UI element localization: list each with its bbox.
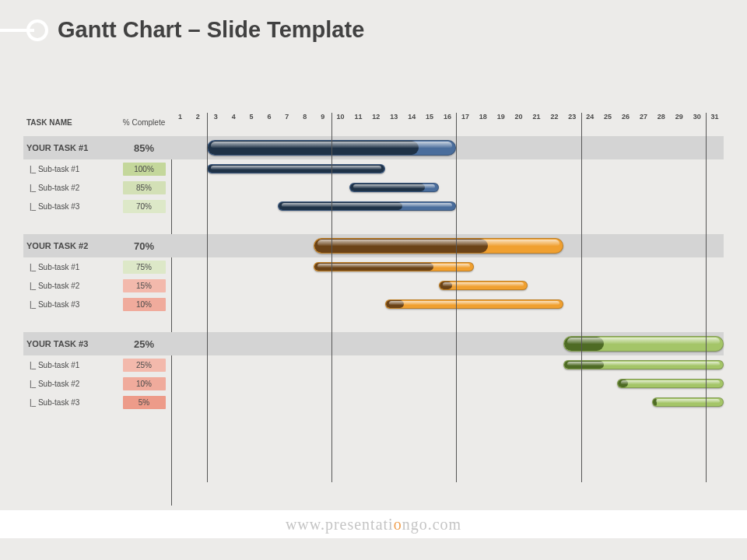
gantt-chart: TASK NAME % Complete 1234567891011121314… — [23, 113, 724, 411]
subtask-name: |_ Sub-task #2 — [23, 380, 117, 388]
task-group-row: YOUR TASK #185% — [23, 136, 724, 159]
day-label: 20 — [515, 113, 523, 121]
task-name: YOUR TASK #1 — [23, 143, 117, 152]
gridline — [331, 113, 332, 482]
day-label: 13 — [390, 113, 398, 121]
day-label: 4 — [232, 113, 236, 121]
subtask-pct-wrap: 75% — [117, 261, 171, 274]
subtask-pct-wrap: 10% — [117, 377, 171, 390]
subtask-pct: 75% — [123, 261, 166, 274]
gridline — [706, 113, 707, 482]
gantt-bar — [617, 379, 724, 388]
day-label: 16 — [444, 113, 451, 121]
subtask-pct: 85% — [123, 181, 166, 194]
day-label: 24 — [586, 113, 594, 121]
timeline-cell — [171, 355, 724, 374]
gantt-bar — [314, 238, 563, 254]
gloss — [656, 399, 720, 403]
footer-url: www.presentationgo.com — [286, 516, 461, 534]
gantt-bar-fill — [564, 361, 604, 369]
gloss — [389, 301, 559, 305]
day-label: 28 — [658, 113, 665, 121]
gridline — [207, 113, 208, 482]
timeline-cell — [171, 374, 724, 393]
day-label: 19 — [497, 113, 505, 121]
day-label: 18 — [479, 113, 487, 121]
gantt-bar-fill — [440, 282, 453, 289]
day-label: 10 — [337, 113, 345, 121]
day-label: 27 — [640, 113, 647, 121]
subtask-name: |_ Sub-task #2 — [23, 184, 117, 192]
subtask-pct-wrap: 25% — [117, 359, 171, 372]
sub-task-row: |_ Sub-task #285% — [23, 178, 724, 197]
subtask-name: |_ Sub-task #1 — [23, 263, 117, 271]
task-pct: 25% — [117, 338, 171, 350]
day-label: 1 — [178, 113, 182, 121]
subtask-name: |_ Sub-task #2 — [23, 282, 117, 290]
gloss — [621, 380, 720, 384]
day-label: 8 — [303, 113, 307, 121]
gantt-bar-fill — [314, 239, 488, 253]
day-label: 12 — [372, 113, 380, 121]
gloss — [443, 282, 524, 286]
timeline-cell — [171, 136, 724, 159]
subtask-pct-wrap: 100% — [117, 163, 171, 176]
gap-row — [23, 313, 724, 332]
sub-task-row: |_ Sub-task #175% — [23, 257, 724, 276]
subtask-pct: 10% — [123, 298, 166, 311]
timeline-cell — [171, 197, 724, 215]
footer-suffix: ngo.com — [402, 516, 461, 533]
gap-row — [23, 215, 724, 234]
gridline — [581, 113, 582, 482]
gridline — [456, 113, 457, 482]
day-label: 14 — [408, 113, 416, 121]
timeline-cell — [171, 257, 724, 276]
timeline-cell — [171, 295, 724, 313]
subtask-name: |_ Sub-task #3 — [23, 202, 117, 211]
timeline-cell — [171, 332, 724, 355]
rows-container: YOUR TASK #185%|_ Sub-task #1100%|_ Sub-… — [23, 136, 724, 411]
task-pct: 85% — [117, 142, 171, 154]
task-group-row: YOUR TASK #325% — [23, 332, 724, 355]
subtask-name: |_ Sub-task #3 — [23, 398, 117, 407]
gantt-bar — [652, 397, 724, 407]
subtask-pct: 10% — [123, 377, 166, 390]
day-label: 5 — [250, 113, 254, 121]
subtask-pct-wrap: 10% — [117, 298, 171, 311]
day-label: 6 — [267, 113, 271, 121]
subtask-name: |_ Sub-task #1 — [23, 165, 117, 173]
day-label: 25 — [604, 113, 612, 121]
subtask-pct: 70% — [123, 200, 166, 213]
subtask-pct-wrap: 5% — [117, 396, 171, 409]
sub-task-row: |_ Sub-task #310% — [23, 295, 724, 313]
task-pct: 70% — [117, 240, 171, 252]
day-label: 17 — [461, 113, 469, 121]
day-label: 11 — [354, 113, 362, 121]
footer: www.presentationgo.com — [0, 510, 747, 538]
gantt-bar — [563, 360, 724, 369]
gantt-bar-fill — [208, 141, 419, 155]
col-pct-complete: % Complete — [117, 118, 171, 127]
day-label: 21 — [533, 113, 541, 121]
subtask-pct: 15% — [123, 279, 166, 292]
gantt-bar-fill — [653, 398, 656, 406]
day-label: 30 — [693, 113, 701, 121]
gantt-bar — [207, 164, 385, 173]
title-ring-icon — [26, 19, 48, 41]
day-label: 22 — [550, 113, 558, 121]
subtask-pct-wrap: 70% — [117, 200, 171, 213]
day-label: 15 — [426, 113, 433, 121]
col-task-name: TASK NAME — [23, 118, 117, 127]
title-bar: Gantt Chart – Slide Template — [0, 17, 364, 43]
page-title: Gantt Chart – Slide Template — [58, 17, 364, 43]
day-label: 31 — [711, 113, 719, 121]
footer-accent: o — [394, 516, 402, 533]
sub-task-row: |_ Sub-task #35% — [23, 393, 724, 411]
gantt-bar-fill — [314, 263, 433, 271]
gantt-bar-fill — [564, 337, 604, 351]
subtask-name: |_ Sub-task #1 — [23, 361, 117, 369]
footer-prefix: www.presentati — [286, 516, 394, 533]
sub-task-row: |_ Sub-task #215% — [23, 276, 724, 295]
gantt-bar-fill — [350, 184, 425, 191]
gantt-bar-fill — [386, 300, 404, 308]
